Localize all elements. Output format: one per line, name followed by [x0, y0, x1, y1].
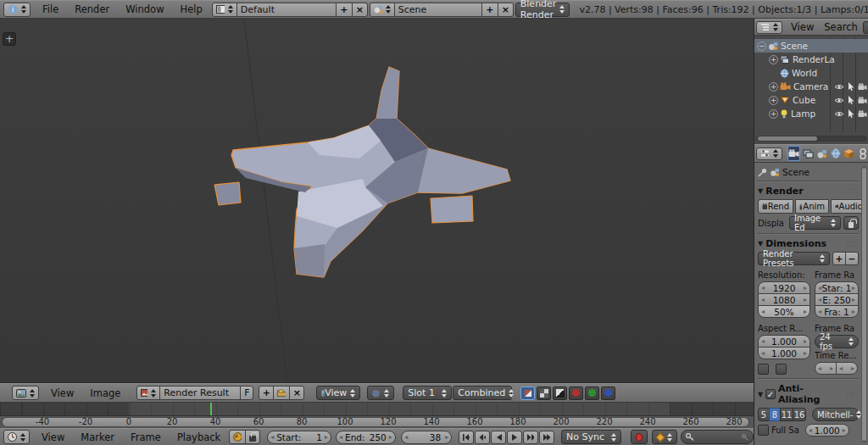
editor-type-button-timeline[interactable] — [3, 430, 30, 444]
filter-size-field[interactable]: 1.000 — [805, 424, 849, 437]
expand-icon[interactable]: + — [769, 82, 778, 92]
outliner-horizontal-scrollbar[interactable] — [756, 136, 867, 142]
time-remap-old-field[interactable] — [815, 362, 837, 375]
outliner-row-camera[interactable]: + Camera — [754, 80, 868, 93]
menu-window[interactable]: Window — [118, 1, 171, 18]
sync-mode-dropdown[interactable]: No Sync — [561, 430, 621, 444]
crop-checkbox[interactable] — [776, 364, 787, 375]
play-reverse-button[interactable] — [491, 431, 506, 444]
editor-type-button-properties[interactable] — [756, 147, 782, 160]
editor-type-button-info[interactable]: i — [3, 3, 31, 17]
visibility-eye-icon[interactable] — [834, 83, 844, 91]
panel-grip-icon[interactable]: :::: — [846, 187, 859, 195]
tab-object[interactable] — [843, 146, 855, 161]
selectability-cursor-icon[interactable] — [848, 96, 854, 104]
add-scene-button[interactable]: + — [481, 3, 498, 17]
scene-name-field[interactable]: Scene — [394, 3, 482, 17]
scrollbar-handle[interactable] — [758, 136, 817, 141]
open-image-button[interactable] — [273, 386, 290, 400]
add-preset-button[interactable]: + — [832, 252, 846, 265]
active-keying-set-field[interactable] — [681, 430, 754, 444]
render-engine-dropdown[interactable]: Blender Render — [515, 3, 570, 17]
display-mode-dropdown[interactable]: Image Ed — [789, 216, 841, 230]
outliner-row-world[interactable]: World — [754, 66, 868, 80]
image-menu-view[interactable]: View — [43, 385, 81, 402]
channel-red-button[interactable] — [569, 387, 583, 400]
collapse-arrow-icon[interactable]: ▼ — [758, 391, 763, 398]
anti-aliasing-checkbox[interactable]: ✓ — [765, 389, 776, 399]
pin-icon[interactable] — [758, 168, 767, 177]
current-frame-field[interactable]: 38 — [401, 431, 452, 444]
frame-end-field[interactable]: End: 250 — [336, 431, 396, 444]
outliner-row-scene[interactable]: − Scene — [754, 39, 868, 53]
render-section-header[interactable]: ▼ Render :::: — [758, 186, 859, 197]
aa-samples-11-button[interactable]: 11 — [780, 408, 793, 421]
aa-samples-16-button[interactable]: 16 — [793, 408, 806, 421]
scrollbar-handle[interactable] — [862, 168, 866, 441]
tab-render[interactable] — [787, 146, 800, 161]
browse-scene-button[interactable] — [370, 3, 395, 17]
lock-interface-button[interactable] — [843, 216, 859, 230]
editor-type-button-outliner[interactable] — [756, 21, 782, 34]
render-button[interactable]: Rend — [758, 199, 793, 214]
renderability-camera-icon[interactable] — [858, 97, 867, 104]
resolution-x-field[interactable]: 1920 — [758, 281, 810, 294]
aa-samples-8-button[interactable]: 8 — [769, 408, 781, 421]
toolbar-expand-button[interactable]: + — [3, 32, 16, 46]
outliner-row-renderlayers[interactable]: + RenderLa — [754, 53, 868, 66]
expand-icon[interactable]: + — [769, 96, 778, 105]
timeline-menu-frame[interactable]: Frame — [123, 429, 169, 445]
timeline-scrollbar[interactable]: -40 -20 0 20 40 60 80 100 120 140 160 18… — [0, 415, 754, 428]
scrollbar-handle[interactable] — [2, 417, 749, 427]
aspect-x-field[interactable]: 1.000 — [758, 335, 810, 348]
timeline-track[interactable] — [0, 403, 754, 415]
collapse-arrow-icon[interactable]: ▼ — [758, 187, 763, 195]
outliner-menu-search[interactable]: Search — [819, 19, 863, 36]
renderability-camera-icon[interactable] — [858, 83, 867, 91]
channel-z-button[interactable] — [553, 387, 567, 400]
channel-alpha-button[interactable] — [537, 387, 551, 400]
outliner-row-lamp[interactable]: + Lamp — [754, 107, 868, 120]
keying-set-dropdown[interactable] — [652, 430, 677, 444]
expand-icon[interactable]: + — [769, 55, 778, 64]
add-layout-button[interactable]: + — [336, 3, 353, 17]
dimensions-section-header[interactable]: ▼ Dimensions :::: — [758, 238, 859, 249]
frame-start-field[interactable]: Star: 1 — [815, 281, 859, 294]
collapse-arrow-icon[interactable]: ▼ — [758, 240, 763, 248]
aspect-y-field[interactable]: 1.000 — [758, 347, 810, 359]
previous-keyframe-button[interactable] — [475, 431, 490, 444]
play-button[interactable] — [507, 431, 522, 444]
full-sample-checkbox[interactable] — [758, 425, 769, 436]
render-slot-dropdown[interactable]: Slot 1 — [403, 386, 452, 400]
new-image-button[interactable]: + — [259, 386, 274, 400]
tab-scene[interactable] — [815, 146, 827, 161]
selectability-cursor-icon[interactable] — [848, 109, 854, 118]
menu-help[interactable]: Help — [173, 1, 210, 18]
channel-green-button[interactable] — [585, 387, 599, 400]
renderability-camera-icon[interactable] — [858, 110, 867, 118]
aa-filter-dropdown[interactable]: Mitchell- — [812, 408, 860, 421]
visibility-eye-icon[interactable] — [834, 97, 844, 104]
lock-time-cursor-button[interactable] — [245, 430, 260, 444]
browse-layout-button[interactable] — [212, 3, 237, 17]
remove-preset-button[interactable]: − — [845, 252, 859, 265]
frame-end-field[interactable]: E: 250 — [815, 293, 859, 306]
outliner-menu-view[interactable]: View — [786, 19, 819, 36]
animation-button[interactable]: Anim — [795, 199, 829, 214]
frame-start-field[interactable]: Start: 1 — [267, 431, 331, 444]
selectability-cursor-icon[interactable] — [848, 82, 854, 91]
fake-user-button[interactable]: F — [240, 386, 253, 400]
timeline-playhead[interactable] — [210, 403, 212, 415]
tab-world[interactable] — [829, 146, 841, 161]
delete-scene-button[interactable]: × — [498, 3, 514, 17]
outliner-filter-dropdown[interactable]: All S — [863, 21, 868, 34]
expand-icon[interactable]: + — [769, 109, 778, 119]
fps-dropdown[interactable]: 24 fps — [815, 335, 859, 348]
menu-file[interactable]: File — [35, 1, 66, 18]
frame-step-field[interactable]: Fra: 1 — [815, 305, 859, 318]
timeline-menu-playback[interactable]: Playback — [170, 429, 228, 445]
preview-range-clock-button[interactable] — [229, 430, 246, 444]
image-name-field[interactable]: Render Result — [159, 386, 241, 400]
outliner-row-cube[interactable]: + Cube — [754, 93, 868, 107]
auto-keyframe-button[interactable] — [631, 430, 648, 444]
